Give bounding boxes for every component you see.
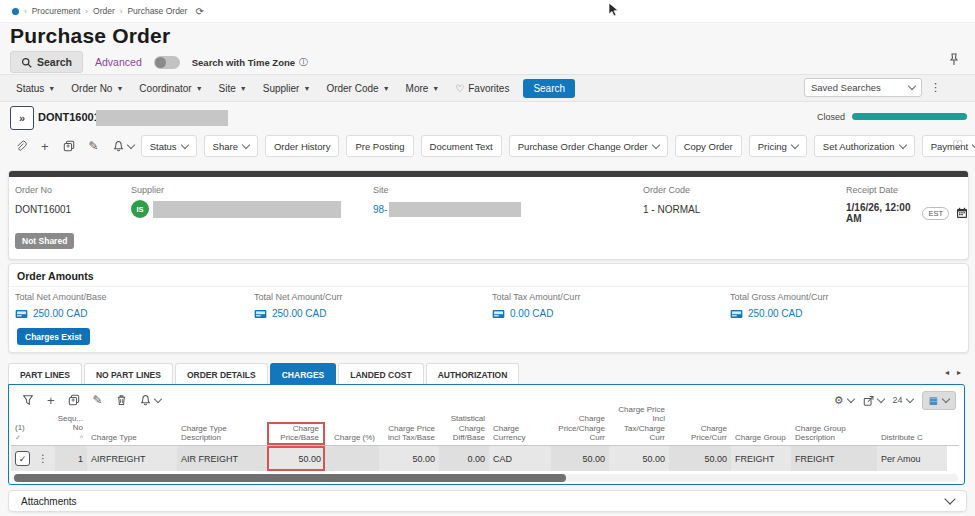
total-net-base-value[interactable]: 250.00 CAD: [33, 308, 87, 319]
col-stat-charge-diff-base[interactable]: Statistical Charge Diff/Base: [439, 414, 489, 445]
cell-charge-currency[interactable]: CAD: [489, 446, 551, 471]
col-select[interactable]: (1) ✓: [11, 423, 55, 445]
tab-scroll-left-icon[interactable]: ◂: [945, 368, 949, 377]
refresh-icon[interactable]: ⟳: [195, 6, 203, 17]
paperclip-icon[interactable]: [14, 140, 27, 153]
filter-status[interactable]: Status▼: [16, 83, 55, 94]
filter-site[interactable]: Site▼: [219, 83, 247, 94]
po-change-order-menu-button[interactable]: Purchase Order Change Order: [509, 135, 668, 157]
redacted-supplier-value: [153, 201, 341, 218]
home-dot-icon[interactable]: [12, 8, 19, 15]
delete-row-icon[interactable]: [116, 394, 127, 406]
grid-notifications-icon[interactable]: [140, 394, 161, 406]
timezone-toggle[interactable]: [154, 56, 180, 69]
not-shared-badge: Not Shared: [15, 233, 74, 249]
add-row-icon[interactable]: +: [47, 393, 55, 408]
pricing-menu-button[interactable]: Pricing: [749, 135, 807, 157]
search-toggle-button[interactable]: Search: [10, 51, 83, 73]
advanced-search-link[interactable]: Advanced: [95, 56, 142, 68]
total-gross-curr-value[interactable]: 250.00 CAD: [748, 308, 802, 319]
col-charge-price-curr[interactable]: Charge Price/Curr: [669, 424, 731, 445]
saved-searches-select[interactable]: Saved Searches: [804, 78, 922, 97]
overflow-menu-icon[interactable]: ⋮: [930, 81, 941, 94]
col-charge-group[interactable]: Charge Group: [731, 433, 791, 445]
copy-order-button[interactable]: Copy Order: [675, 135, 742, 157]
edit-icon[interactable]: ✎: [89, 139, 99, 153]
breadcrumb-procurement[interactable]: Procurement: [32, 6, 81, 16]
charges-exist-badge: Charges Exist: [17, 328, 90, 345]
total-net-curr-value[interactable]: 250.00 CAD: [272, 308, 326, 319]
col-seq[interactable]: Sequ... No ^: [55, 414, 87, 445]
breadcrumb-purchase-order[interactable]: Purchase Order: [127, 6, 187, 16]
filter-supplier[interactable]: Supplier▼: [263, 83, 311, 94]
col-charge-price-incl-tax-base[interactable]: Charge Price incl Tax/Base: [379, 424, 439, 445]
filter-more[interactable]: More▼: [406, 83, 440, 94]
col-charge-price-charge-curr[interactable]: Charge Price/Charge Curr: [551, 414, 609, 445]
tab-landed-cost[interactable]: LANDED COST: [338, 363, 423, 385]
breadcrumb-order[interactable]: Order: [93, 6, 115, 16]
pin-icon[interactable]: [949, 53, 959, 66]
favorite-record-icon[interactable]: ♡: [952, 138, 963, 152]
col-charge-type-description[interactable]: Charge Type Description: [177, 424, 267, 445]
mouse-cursor: [608, 2, 619, 17]
grid-row[interactable]: ✓ ⋮ 1 AIRFREIGHT AIR FREIGHT 50.00 50.00…: [11, 446, 959, 471]
col-charge-pct[interactable]: Charge (%): [325, 433, 379, 445]
copy-icon[interactable]: [63, 140, 75, 152]
col-charge-price-incl-tax-charge-curr[interactable]: Charge Price Incl Tax/Charge Curr: [609, 405, 669, 445]
filter-coordinator[interactable]: Coordinator▼: [139, 83, 202, 94]
total-gross-curr-field: Total Gross Amount/Curr 250.00 CAD: [730, 292, 829, 319]
filter-order-no[interactable]: Order No▼: [71, 83, 123, 94]
page-size-select[interactable]: 24: [893, 395, 913, 405]
total-tax-curr-value[interactable]: 0.00 CAD: [510, 308, 553, 319]
col-charge-price-base[interactable]: Charge Price/Base: [267, 422, 325, 445]
tab-scroll-right-icon[interactable]: ▸: [957, 368, 961, 377]
chevron-down-icon[interactable]: [944, 493, 955, 504]
caret-down-icon: ▼: [303, 85, 310, 92]
filter-icon[interactable]: [22, 394, 34, 406]
cell-distribute: Per Amou: [877, 446, 947, 471]
row-menu-icon[interactable]: ⋮: [38, 453, 48, 464]
col-charge-type[interactable]: Charge Type: [87, 433, 177, 445]
order-history-button[interactable]: Order History: [265, 135, 339, 157]
tab-no-part-lines[interactable]: NO PART LINES: [84, 363, 173, 385]
col-charge-currency[interactable]: Charge Currency: [489, 424, 551, 445]
edit-row-icon[interactable]: ✎: [93, 393, 103, 407]
tab-authorization[interactable]: AUTHORIZATION: [426, 363, 520, 385]
chevron-sep-icon: ›: [85, 7, 88, 16]
attachments-section[interactable]: Attachments: [8, 490, 967, 512]
view-mode-button[interactable]: ▦: [922, 391, 956, 410]
expand-panel-button[interactable]: »: [10, 106, 34, 130]
cell-charge-type[interactable]: AIRFREIGHT: [87, 446, 177, 471]
share-menu-button[interactable]: Share: [204, 135, 258, 157]
payment-menu-button[interactable]: Payment: [922, 135, 975, 157]
notifications-icon[interactable]: [113, 140, 134, 152]
tab-charges[interactable]: CHARGES: [270, 363, 337, 385]
pre-posting-button[interactable]: Pre Posting: [346, 135, 413, 157]
copy-row-icon[interactable]: [68, 394, 80, 406]
divider: [9, 286, 968, 287]
chevron-down-icon: [908, 82, 916, 90]
grid-settings-button[interactable]: ⚙: [834, 394, 854, 407]
chevron-sep-icon: ›: [120, 7, 123, 16]
tab-part-lines[interactable]: PART LINES: [8, 363, 82, 385]
horizontal-scrollbar-thumb[interactable]: [14, 474, 566, 482]
tab-order-details[interactable]: ORDER DETAILS: [175, 363, 268, 385]
col-distribute[interactable]: Distribute C: [877, 433, 947, 445]
favorites-button[interactable]: ♡Favorites: [455, 83, 509, 94]
row-checkbox[interactable]: ✓: [15, 451, 30, 466]
calendar-icon[interactable]: [956, 207, 968, 219]
site-value[interactable]: 98-: [373, 204, 387, 215]
horizontal-scrollbar-track[interactable]: [12, 474, 958, 482]
add-icon[interactable]: +: [41, 139, 49, 154]
export-button[interactable]: [863, 395, 884, 406]
set-authorization-menu-button[interactable]: Set Authorization: [814, 135, 915, 157]
search-submit-button[interactable]: Search: [523, 79, 575, 98]
caret-down-icon: ▼: [196, 85, 203, 92]
filter-order-code[interactable]: Order Code▼: [326, 83, 389, 94]
status-menu-button[interactable]: Status: [141, 135, 197, 157]
site-label: Site: [373, 185, 521, 195]
document-text-button[interactable]: Document Text: [421, 135, 502, 157]
info-icon[interactable]: ⓘ: [299, 56, 308, 69]
order-code-value: 1 - NORMAL: [643, 204, 700, 215]
col-charge-group-description[interactable]: Charge Group Description: [791, 424, 877, 445]
